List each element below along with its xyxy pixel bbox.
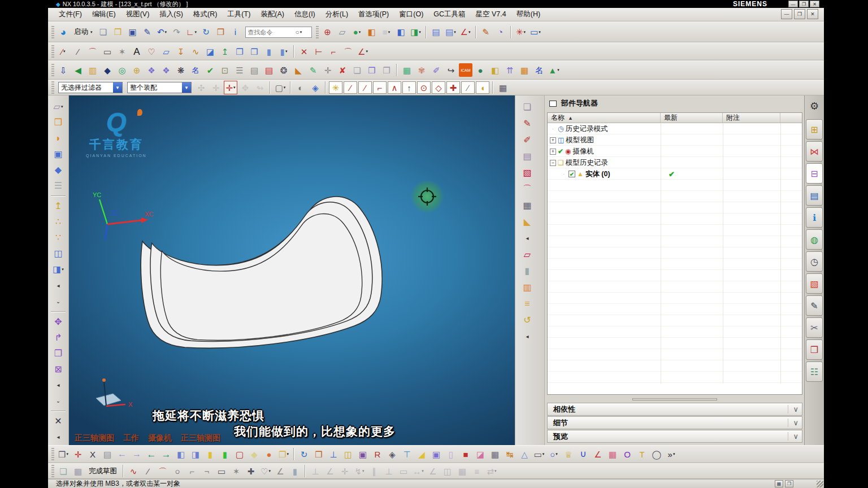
- datum-plane-tool[interactable]: ▱: [159, 45, 173, 58]
- column-name[interactable]: 名称 ▲: [548, 113, 661, 123]
- info-cube-button[interactable]: ▣: [429, 447, 443, 461]
- menu-格式(R)[interactable]: 格式(R): [188, 8, 222, 21]
- books-tool[interactable]: ▥: [519, 280, 535, 295]
- snap-quadrant-toggle[interactable]: ◇: [432, 81, 445, 94]
- column-note[interactable]: 附注: [723, 113, 780, 123]
- doc-check-tool[interactable]: ▤: [248, 63, 261, 77]
- resource-options-gear-icon[interactable]: ⚙: [807, 99, 822, 114]
- object-info-button[interactable]: i: [229, 25, 242, 39]
- sketch-point-button[interactable]: ✚: [244, 464, 258, 478]
- edit-a-tool[interactable]: ✎: [306, 63, 320, 77]
- rectangle-tool[interactable]: ▭: [101, 45, 114, 58]
- menu-文件(F)[interactable]: 文件(F): [54, 8, 87, 21]
- tag-pen-tool[interactable]: ✐: [429, 63, 443, 77]
- datum-csys-button[interactable]: ∠▾: [459, 25, 472, 39]
- tube-offset-tool[interactable]: ▮▾: [277, 45, 290, 58]
- start-menu-button[interactable]: 启动▾: [71, 25, 96, 39]
- solid-part[interactable]: [141, 197, 382, 348]
- navigator-row[interactable]: ·◷历史记录模式: [548, 123, 802, 134]
- section-view-button[interactable]: ◧: [365, 25, 379, 39]
- icam-tool[interactable]: iCAM: [459, 63, 472, 77]
- dimension-gray-button[interactable]: ↔▾: [411, 464, 425, 478]
- lamp-button[interactable]: ♕: [562, 447, 575, 461]
- menu-首选项(P)[interactable]: 首选项(P): [353, 8, 394, 21]
- wheel-tool[interactable]: ❋: [174, 63, 188, 77]
- window-forward-button[interactable]: ◨: [189, 447, 202, 461]
- examine-button[interactable]: ▱: [336, 25, 349, 39]
- tools-tab[interactable]: ✂: [806, 317, 823, 338]
- triad-zyx-button[interactable]: ∠: [591, 447, 605, 461]
- wrench-tool[interactable]: ✛: [321, 63, 335, 77]
- wrap-tool[interactable]: ❒: [248, 45, 261, 58]
- arrow-hook-tool[interactable]: ↪: [444, 63, 458, 77]
- resize-frame-button[interactable]: ❒: [312, 447, 326, 461]
- bridge-curve-tool[interactable]: ∿: [189, 45, 202, 58]
- row-checkbox[interactable]: ✔: [568, 171, 575, 177]
- column-latest[interactable]: 最新: [661, 113, 723, 123]
- menu-分析(L)[interactable]: 分析(L): [320, 8, 353, 21]
- toolbar-grip[interactable]: [51, 81, 54, 94]
- blank-card-tool[interactable]: ❏: [350, 63, 364, 77]
- sheet-a-tool[interactable]: ▤: [519, 149, 535, 164]
- offset-gray-button[interactable]: ≡: [470, 464, 484, 478]
- snap-control-toggle[interactable]: ⌐: [373, 81, 387, 94]
- measure-cube-button[interactable]: ◫: [341, 447, 355, 461]
- sketch-rect-button[interactable]: ▭: [215, 464, 228, 478]
- snap-spline-toggle[interactable]: ∧: [388, 81, 401, 94]
- clamp-button[interactable]: ⊥: [327, 447, 340, 461]
- fillet-tool[interactable]: ⌒: [341, 45, 355, 58]
- constraint-c-button[interactable]: ✛: [338, 464, 351, 478]
- grid-target-button[interactable]: ▦: [606, 447, 619, 461]
- undo-button[interactable]: ↶▾: [155, 25, 169, 39]
- sketch-line-button[interactable]: ∕: [141, 464, 155, 478]
- maximize-button[interactable]: ❐: [799, 1, 809, 7]
- measure-button[interactable]: ▭▾: [529, 25, 542, 39]
- save-as-button[interactable]: ✎: [141, 25, 154, 39]
- tree-list-tool[interactable]: ☰: [233, 63, 246, 77]
- candle-button[interactable]: ▯: [444, 447, 458, 461]
- list-red-tool[interactable]: ▤: [262, 63, 276, 77]
- card-new-tool[interactable]: ❐: [380, 63, 393, 77]
- window-display-button[interactable]: ❒▾: [57, 447, 70, 461]
- sheet-tool-1[interactable]: ❏: [519, 99, 535, 115]
- render-style-button[interactable]: ●▾: [350, 25, 364, 39]
- stamp-tool-a[interactable]: ❖: [145, 63, 158, 77]
- datum-red-tool[interactable]: ▱: [519, 247, 535, 262]
- pages-tool[interactable]: ▥: [86, 63, 99, 77]
- snap-endpoint-toggle[interactable]: ∕: [344, 81, 357, 94]
- measure-x-button[interactable]: ✕: [50, 414, 66, 429]
- sketch-circle-button[interactable]: ○: [171, 464, 184, 478]
- status-grid-icon[interactable]: ▦: [775, 480, 783, 487]
- mirror-gray-button[interactable]: ◫: [441, 464, 454, 478]
- internet-info-tab[interactable]: ℹ: [806, 207, 823, 228]
- collapse-left-arrow-2[interactable]: ◂: [50, 378, 66, 393]
- arc-grid-tool[interactable]: ⌒: [519, 181, 535, 197]
- sketch-arc-button[interactable]: ⌒: [156, 464, 170, 478]
- collapse-arrow-a[interactable]: ◂: [519, 230, 535, 246]
- hex-tool-button[interactable]: ○▾: [547, 447, 561, 461]
- pull-face-button[interactable]: ↱: [50, 330, 66, 345]
- perpendicular-constraint-button[interactable]: ⊥: [382, 464, 396, 478]
- assembly-constraints-button[interactable]: ✳▾: [514, 25, 528, 39]
- collapse-arrow-b[interactable]: ◂: [519, 329, 535, 344]
- datum-up-tool[interactable]: ▲▾: [547, 63, 561, 77]
- datum-plane-button[interactable]: ▱▾: [50, 99, 66, 114]
- quick-trim-tool[interactable]: ✕: [297, 45, 311, 58]
- wire-cube-button[interactable]: ▢: [233, 447, 246, 461]
- cube-axis-button[interactable]: △: [518, 447, 531, 461]
- thread-button[interactable]: ☰: [50, 178, 66, 193]
- collapse-left-arrow[interactable]: ◂: [50, 278, 66, 293]
- half-cut-button[interactable]: ◪: [474, 447, 487, 461]
- fit-view-button[interactable]: ⊕: [321, 25, 335, 39]
- show-green-button[interactable]: ▮: [218, 447, 232, 461]
- appearance-button[interactable]: ◔: [494, 25, 507, 39]
- convert-gray-button[interactable]: ⇄▾: [485, 464, 498, 478]
- mdi-close-button[interactable]: ✕: [807, 9, 818, 19]
- sketch-polyline-button[interactable]: ✶: [229, 464, 243, 478]
- stairs-tool[interactable]: ≡: [519, 296, 535, 311]
- trim-body-button[interactable]: ◨▾: [50, 262, 66, 277]
- part-navigator-header[interactable]: 部件导航器: [545, 95, 804, 111]
- cylinder-tool[interactable]: ▮: [519, 263, 535, 278]
- offset-region-button[interactable]: ❐: [50, 346, 66, 361]
- verify-check-tool[interactable]: ✔: [203, 63, 217, 77]
